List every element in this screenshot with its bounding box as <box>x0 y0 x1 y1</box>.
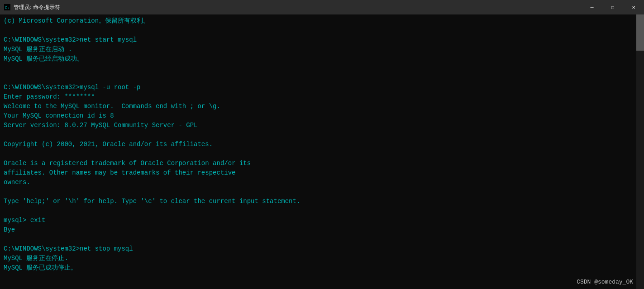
terminal-line: Server version: 8.0.27 MySQL Community S… <box>4 121 640 130</box>
terminal-line <box>4 206 640 216</box>
titlebar-controls: ─ □ ✕ <box>582 0 644 14</box>
titlebar-title: 管理员: 命令提示符 <box>14 4 640 11</box>
terminal-line <box>4 273 640 282</box>
terminal-line <box>4 64 640 73</box>
watermark: CSDN @someday_OK <box>577 279 633 285</box>
terminal-line: mysql> exit <box>4 216 640 225</box>
terminal-line: owners. <box>4 178 640 187</box>
cmd-icon: C: <box>4 4 11 11</box>
terminal-line: MySQL 服务正在停止. <box>4 254 640 263</box>
terminal-line <box>4 26 640 35</box>
terminal-line <box>4 282 640 289</box>
terminal-line <box>4 73 640 83</box>
terminal-line: Your MySQL connection id is 8 <box>4 111 640 121</box>
terminal-line <box>4 187 640 197</box>
terminal-line: C:\WINDOWS\system32>net start mysql <box>4 35 640 45</box>
terminal-line: C:\WINDOWS\system32>mysql -u root -p <box>4 83 640 92</box>
scrollbar[interactable] <box>636 14 644 289</box>
terminal-line: affiliates. Other names may be trademark… <box>4 168 640 178</box>
terminal-line: (c) Microsoft Corporation。保留所有权利。 <box>4 16 640 26</box>
maximize-button[interactable]: □ <box>602 0 623 14</box>
terminal-line: Enter password: ******** <box>4 92 640 102</box>
svg-text:C:: C: <box>5 6 10 10</box>
terminal-output: (c) Microsoft Corporation。保留所有权利。 C:\WIN… <box>4 16 640 289</box>
terminal-line: C:\WINDOWS\system32>net stop mysql <box>4 244 640 254</box>
terminal-line: Oracle is a registered trademark of Orac… <box>4 159 640 168</box>
terminal-line: Copyright (c) 2000, 2021, Oracle and/or … <box>4 140 640 149</box>
titlebar: C: 管理员: 命令提示符 ─ □ ✕ <box>0 0 644 14</box>
minimize-button[interactable]: ─ <box>582 0 602 14</box>
terminal-line: Type 'help;' or '\h' for help. Type '\c'… <box>4 197 640 206</box>
close-button[interactable]: ✕ <box>623 0 644 14</box>
terminal-line: MySQL 服务已经启动成功。 <box>4 54 640 64</box>
terminal-line <box>4 235 640 244</box>
terminal-body: (c) Microsoft Corporation。保留所有权利。 C:\WIN… <box>0 14 644 289</box>
scrollbar-thumb[interactable] <box>636 14 644 51</box>
terminal-line <box>4 149 640 159</box>
terminal-line: MySQL 服务已成功停止。 <box>4 263 640 273</box>
terminal-line: Welcome to the MySQL monitor. Commands e… <box>4 102 640 111</box>
terminal-line <box>4 130 640 140</box>
terminal-line: Bye <box>4 225 640 235</box>
terminal-line: MySQL 服务正在启动 . <box>4 45 640 54</box>
